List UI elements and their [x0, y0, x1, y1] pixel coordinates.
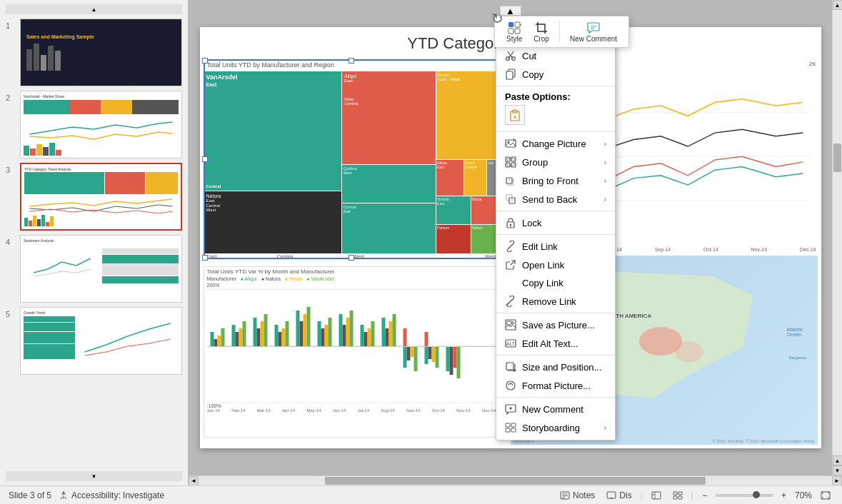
scroll-right-btn[interactable]: ►	[832, 476, 842, 486]
slide-img-5[interactable]: Growth Trend	[20, 307, 182, 375]
menu-item-lock[interactable]: Lock	[496, 213, 615, 232]
slide-thumb-1[interactable]: 1 Sales and Marketing Sample	[6, 19, 182, 86]
menu-item-copy-link[interactable]: Copy Link	[496, 274, 615, 292]
slide-sorter-btn[interactable]	[670, 490, 686, 501]
menu-divider-6	[496, 355, 615, 356]
bar-chart[interactable]: Total Units YTD Var % by Month and Manuf…	[204, 266, 500, 438]
slide-thumb-4[interactable]: 4 Sentiment Analysis	[6, 235, 182, 303]
menu-item-change-picture[interactable]: Change Picture ›	[496, 134, 615, 153]
normal-view-btn[interactable]	[648, 490, 664, 501]
display-btn[interactable]: Dis	[603, 489, 634, 502]
slide-thumb-2[interactable]: 2 VanArsdel - Market Share	[6, 91, 182, 158]
svg-rect-78	[511, 163, 516, 167]
h-scroll-track[interactable]	[199, 476, 832, 485]
zoom-minus-label: −	[702, 490, 707, 500]
slide-panel: ▲ 1 Sales and Marketing Sample	[0, 0, 189, 485]
style-button[interactable]: Style	[502, 19, 526, 44]
lock-icon	[505, 217, 516, 228]
new-comment-button-mini[interactable]: New Comment	[566, 19, 621, 44]
svg-rect-122	[673, 496, 677, 499]
status-divider-1: |	[641, 490, 643, 500]
svg-text:A: A	[513, 115, 517, 119]
menu-divider-3	[496, 211, 615, 211]
svg-rect-117	[652, 492, 661, 499]
svg-rect-54	[508, 22, 513, 27]
svg-rect-77	[506, 163, 510, 167]
menu-item-open-link[interactable]: Open Link	[496, 256, 615, 274]
scroll-down-btn-2[interactable]: ▼	[833, 465, 843, 475]
menu-item-storyboarding[interactable]: Storyboarding ›	[496, 418, 615, 437]
comment-icon-mini	[586, 21, 601, 35]
storyboarding-label: Storyboarding	[522, 423, 598, 433]
svg-rect-115	[607, 492, 616, 498]
treemap-inner: VanArsdel East Central Natura East Cent	[204, 71, 499, 253]
zoom-minus-btn[interactable]: −	[699, 489, 710, 502]
edit-alt-text-label: Edit Alt Text...	[522, 338, 606, 349]
menu-item-save-picture[interactable]: Save as Picture...	[496, 316, 615, 334]
menu-divider-1	[496, 86, 615, 86]
zoom-plus-btn[interactable]: +	[778, 489, 789, 502]
copy-link-label: Copy Link	[505, 278, 606, 288]
menu-item-send-back[interactable]: Send to Back ›	[496, 190, 615, 208]
slide-img-2[interactable]: VanArsdel - Market Share	[20, 91, 182, 158]
group-arrow: ›	[604, 158, 606, 166]
fit-slide-btn[interactable]	[818, 490, 833, 501]
svg-rect-111	[561, 492, 569, 499]
scroll-up-btn[interactable]: ▲	[833, 0, 843, 10]
crop-icon	[534, 21, 548, 35]
slide-img-4[interactable]: Sentiment Analysis	[20, 235, 182, 303]
menu-item-bring-front[interactable]: Bring to Front ›	[496, 171, 615, 190]
slide-panel-scroll-down[interactable]: ▼	[6, 471, 182, 481]
menu-item-new-comment[interactable]: New Comment	[496, 400, 615, 418]
open-link-label: Open Link	[522, 260, 606, 271]
svg-rect-121	[678, 492, 682, 495]
slide-thumb-3[interactable]: 3 YTD Category Trend Analysis	[6, 163, 182, 231]
new-comment-label-mini: New Comment	[570, 35, 617, 43]
app-container: ▲ 1 Sales and Marketing Sample	[0, 0, 842, 504]
zoom-thumb[interactable]	[753, 491, 760, 498]
treemap-chart[interactable]: Total Units YTD by Manufacturer and Regi…	[204, 59, 500, 259]
thumb1-bars	[26, 42, 61, 71]
slide-img-3[interactable]: YTD Category Trend Analysis	[20, 163, 182, 231]
menu-item-alt-text[interactable]: ALT Edit Alt Text...	[496, 334, 615, 353]
svg-rect-56	[508, 29, 513, 34]
menu-item-remove-link[interactable]: Remove Link	[496, 292, 615, 311]
copy-label: Copy	[522, 69, 606, 80]
vertical-scrollbar: ▲ ▲ ▼	[832, 0, 842, 475]
display-label: Dis	[619, 490, 631, 500]
svg-rect-120	[673, 492, 677, 495]
svg-rect-55	[515, 22, 520, 27]
notes-btn[interactable]: Notes	[557, 489, 598, 502]
slide-thumb-5[interactable]: 5 Growth Trend	[6, 307, 182, 375]
crop-button[interactable]: Crop	[529, 19, 553, 44]
change-picture-label: Change Picture	[522, 138, 598, 149]
edit-link-icon	[505, 241, 516, 252]
style-label: Style	[506, 35, 522, 43]
rotate-handle[interactable]: ↻	[491, 10, 503, 27]
alt-text-icon: ALT	[505, 338, 516, 349]
canvas-with-scroll: ▲ YTD Category Trend Analysis	[189, 0, 842, 485]
menu-item-format-picture[interactable]: Format Picture...	[496, 376, 615, 395]
menu-item-edit-link[interactable]: Edit Link	[496, 237, 615, 256]
horizontal-scrollbar: ◄ ►	[189, 475, 842, 485]
slide-panel-scroll-up[interactable]: ▲	[6, 4, 182, 14]
paste-icon-btn-1[interactable]: A	[505, 105, 525, 125]
svg-rect-68	[506, 71, 513, 79]
scroll-thumb[interactable]	[833, 143, 841, 172]
menu-item-size-position[interactable]: Size and Position...	[496, 358, 615, 376]
svg-line-89	[509, 245, 512, 248]
scroll-left-btn[interactable]: ◄	[189, 476, 199, 486]
bring-front-arrow: ›	[604, 177, 606, 185]
slide-img-1[interactable]: Sales and Marketing Sample	[20, 19, 182, 86]
scroll-down-btn-1[interactable]: ▲	[833, 455, 843, 465]
h-scroll-thumb[interactable]	[325, 477, 705, 485]
slide-num-5: 5	[6, 310, 16, 318]
zoom-slider[interactable]	[716, 494, 773, 497]
menu-item-copy[interactable]: Copy	[496, 65, 615, 84]
save-picture-icon	[505, 319, 516, 331]
svg-rect-84	[509, 198, 515, 203]
menu-item-group[interactable]: Group ›	[496, 153, 615, 171]
accessibility-btn[interactable]: Accessibility: Investigate	[59, 490, 164, 500]
menu-item-cut[interactable]: Cut	[496, 46, 615, 65]
scroll-track[interactable]	[833, 10, 842, 455]
